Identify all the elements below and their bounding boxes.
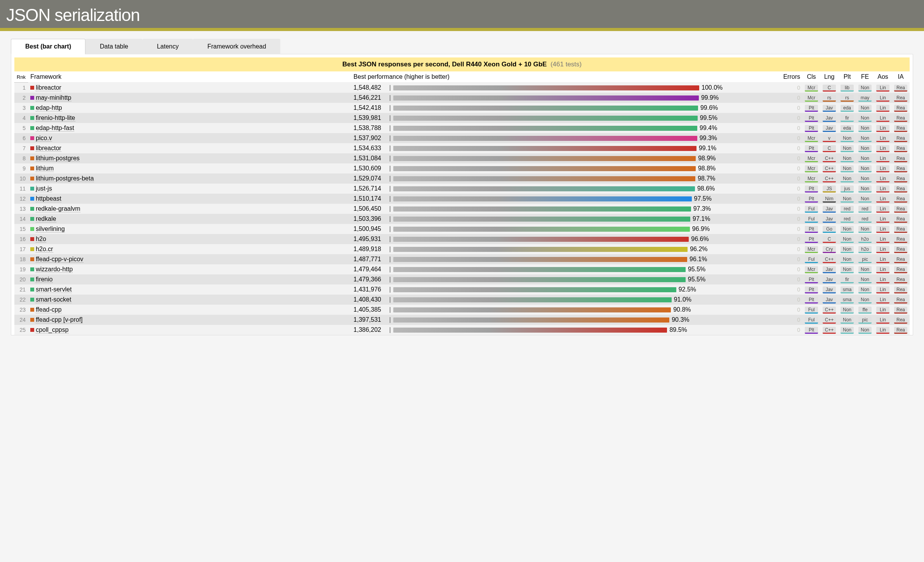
tag-cell[interactable]: Lin (874, 244, 892, 254)
tag-cell[interactable]: Lin (874, 305, 892, 315)
tag-cell[interactable]: Jav (820, 264, 838, 274)
tag-badge[interactable]: Plt (805, 186, 818, 193)
col-aos[interactable]: Aos (874, 71, 892, 83)
tag-cell[interactable]: ffe (856, 305, 874, 315)
tab-framework-overhead[interactable]: Framework overhead (193, 39, 280, 54)
tag-cell[interactable]: Lin (874, 143, 892, 153)
tag-cell[interactable]: Lin (874, 325, 892, 335)
tag-cell[interactable]: Plt (802, 274, 820, 284)
framework-name[interactable]: may-minihttp (36, 94, 71, 101)
framework-cell[interactable]: edap-http (28, 103, 351, 113)
tag-badge[interactable]: C (823, 236, 836, 243)
tag-cell[interactable]: Rea (892, 173, 910, 184)
tag-cell[interactable]: Lin (874, 274, 892, 284)
tag-cell[interactable]: Go (820, 224, 838, 234)
tag-badge[interactable]: Ful (805, 307, 818, 314)
tag-badge[interactable]: Plt (805, 236, 818, 243)
tab-latency[interactable]: Latency (142, 39, 193, 54)
tag-badge[interactable]: Non (858, 327, 872, 334)
tag-cell[interactable]: Lin (874, 295, 892, 305)
tag-cell[interactable]: Rea (892, 325, 910, 335)
tag-badge[interactable]: Non (841, 307, 854, 314)
tag-badge[interactable]: Lin (876, 165, 889, 172)
tag-cell[interactable]: Jav (820, 295, 838, 305)
tag-cell[interactable]: Cry (820, 244, 838, 254)
tag-badge[interactable]: Rea (894, 165, 907, 172)
tag-badge[interactable]: Non (858, 226, 872, 233)
tag-badge[interactable]: Lin (876, 175, 889, 182)
tag-cell[interactable]: Non (856, 264, 874, 274)
tag-cell[interactable]: Rea (892, 184, 910, 194)
tag-cell[interactable]: sma (838, 295, 856, 305)
framework-name[interactable]: pico.v (36, 135, 52, 142)
tag-cell[interactable]: Plt (802, 284, 820, 295)
tag-badge[interactable]: Lin (876, 226, 889, 233)
tag-badge[interactable]: Non (841, 266, 854, 273)
tag-cell[interactable]: Non (856, 113, 874, 123)
tag-cell[interactable]: red (856, 204, 874, 214)
tag-cell[interactable]: C (820, 83, 838, 93)
tag-cell[interactable]: Non (838, 173, 856, 184)
tag-cell[interactable]: C++ (820, 325, 838, 335)
tag-badge[interactable]: Lin (876, 155, 889, 162)
framework-name[interactable]: ffead-cpp [v-prof] (36, 316, 83, 323)
tag-badge[interactable]: Lin (876, 135, 889, 142)
tag-cell[interactable]: Non (856, 274, 874, 284)
tag-badge[interactable]: C++ (823, 256, 836, 263)
tag-badge[interactable]: Lin (876, 125, 889, 132)
tag-cell[interactable]: Non (838, 325, 856, 335)
tag-badge[interactable]: Ful (805, 317, 818, 324)
tag-cell[interactable]: Lin (874, 194, 892, 204)
framework-cell[interactable]: lithium (28, 163, 351, 173)
framework-cell[interactable]: firenio (28, 274, 351, 284)
framework-cell[interactable]: lithium-postgres (28, 153, 351, 163)
tag-badge[interactable]: Plt (805, 286, 818, 293)
tag-badge[interactable]: Rea (894, 307, 907, 314)
tag-cell[interactable]: Non (856, 133, 874, 143)
tag-badge[interactable]: Rea (894, 276, 907, 283)
col-ia[interactable]: IA (892, 71, 910, 83)
tag-cell[interactable]: C++ (820, 305, 838, 315)
tag-cell[interactable]: Non (856, 123, 874, 133)
tag-cell[interactable]: may (856, 93, 874, 103)
tag-badge[interactable]: Non (841, 145, 854, 152)
tag-badge[interactable]: C++ (823, 327, 836, 334)
tag-badge[interactable]: Non (858, 155, 872, 162)
tag-cell[interactable]: Rea (892, 234, 910, 244)
tag-badge[interactable]: Non (858, 115, 872, 122)
framework-cell[interactable]: cpoll_cppsp (28, 325, 351, 335)
framework-name[interactable]: firenio (36, 276, 53, 283)
tag-badge[interactable]: Rea (894, 206, 907, 213)
tag-badge[interactable]: C++ (823, 155, 836, 162)
framework-cell[interactable]: redkale-graalvm (28, 204, 351, 214)
tag-badge[interactable]: Plt (805, 276, 818, 283)
tag-badge[interactable]: Non (858, 125, 872, 132)
tag-cell[interactable]: Non (838, 305, 856, 315)
tag-cell[interactable]: Mcr (802, 93, 820, 103)
framework-cell[interactable]: lithium-postgres-beta (28, 173, 351, 184)
tag-cell[interactable]: Rea (892, 214, 910, 224)
tag-cell[interactable]: Rea (892, 83, 910, 93)
framework-cell[interactable]: smart-servlet (28, 284, 351, 295)
tag-badge[interactable]: Lin (876, 95, 889, 102)
col-fe[interactable]: FE (856, 71, 874, 83)
tag-badge[interactable]: fir (841, 276, 854, 283)
framework-name[interactable]: wizzardo-http (36, 266, 73, 273)
tag-cell[interactable]: sma (838, 284, 856, 295)
tag-badge[interactable]: Jav (823, 266, 836, 273)
tag-badge[interactable]: Rea (894, 115, 907, 122)
framework-name[interactable]: smart-socket (36, 296, 71, 303)
tag-badge[interactable]: Non (858, 196, 872, 203)
framework-name[interactable]: lithium-postgres-beta (36, 175, 94, 182)
tag-badge[interactable]: Non (841, 175, 854, 182)
tag-cell[interactable]: Rea (892, 264, 910, 274)
tag-cell[interactable]: Plt (802, 234, 820, 244)
tag-badge[interactable]: Rea (894, 135, 907, 142)
tag-badge[interactable]: Rea (894, 125, 907, 132)
col-perf[interactable]: Best performance (higher is better) (351, 71, 781, 83)
tag-badge[interactable]: Go (823, 226, 836, 233)
tag-badge[interactable]: Rea (894, 286, 907, 293)
tag-badge[interactable]: Plt (805, 115, 818, 122)
tag-cell[interactable]: Rea (892, 204, 910, 214)
tag-badge[interactable]: C++ (823, 165, 836, 172)
